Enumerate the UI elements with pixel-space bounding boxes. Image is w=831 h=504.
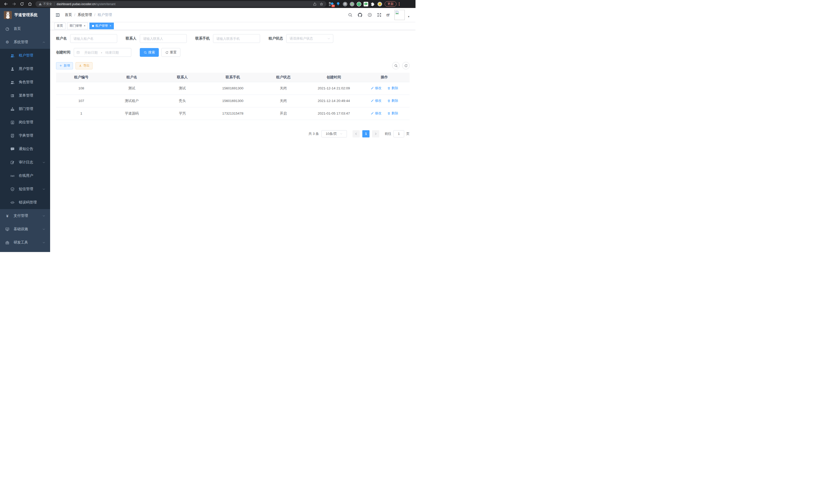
search-icon[interactable] [348, 12, 352, 17]
extension-emoji-icon[interactable] [377, 2, 382, 6]
col-tenant-id: 租户编号 [56, 73, 107, 82]
plus-icon [59, 64, 62, 67]
table-header-row: 租户编号 租户名 联系人 联系手机 租户状态 创建时间 操作 [56, 73, 409, 82]
trash-icon [387, 87, 391, 90]
refresh-icon [165, 51, 169, 54]
sidebar-item-online-user[interactable]: 在线用户 [0, 169, 50, 182]
browser-update-button[interactable]: 更新 [385, 1, 397, 7]
extension-chat-icon[interactable] [364, 2, 368, 6]
sidebar-item-menu[interactable]: 菜单管理 [0, 89, 50, 102]
browser-reload-icon[interactable] [20, 2, 24, 6]
tab-tenant[interactable]: 租户管理 × [89, 23, 114, 29]
breadcrumb-home[interactable]: 首页 [65, 12, 72, 17]
extension-dot-icon[interactable] [350, 2, 354, 6]
browser-back-icon[interactable] [4, 2, 8, 6]
sidebar-item-post[interactable]: 岗位管理 [0, 116, 50, 129]
status-select[interactable]: 请选择租户状态 [286, 34, 333, 43]
add-button[interactable]: 新增 [56, 62, 73, 69]
chevron-down-icon [42, 214, 46, 217]
not-secure-warning-icon [38, 2, 42, 6]
breadcrumb-system[interactable]: 系统管理 [78, 12, 92, 17]
edit-link[interactable]: 修改 [371, 86, 381, 90]
delete-link[interactable]: 删除 [387, 98, 398, 103]
tab-dept[interactable]: 部门管理 × [67, 23, 88, 29]
tenant-name-input[interactable] [70, 34, 117, 43]
extension-puzzle-icon[interactable] [371, 2, 375, 6]
chevron-down-icon [42, 241, 46, 244]
sidebar-item-infra[interactable]: 基础设施 [0, 223, 50, 236]
not-secure-label[interactable]: 不安全 [43, 2, 52, 6]
user-icon [10, 67, 15, 71]
sidebar-item-notice[interactable]: 通知公告 [0, 142, 50, 156]
edit-link[interactable]: 修改 [371, 111, 381, 116]
sidebar-item-dev-tools[interactable]: 研发工具 [0, 236, 50, 249]
close-icon[interactable]: × [109, 24, 111, 27]
delete-link[interactable]: 删除 [387, 111, 398, 116]
date-start-input[interactable] [82, 51, 101, 55]
chevron-down-icon [42, 187, 46, 191]
avatar[interactable] [395, 10, 405, 20]
tab-home[interactable]: 首页 [54, 23, 65, 29]
toggle-search-button[interactable] [392, 62, 400, 69]
chevron-down-icon [327, 37, 331, 40]
refresh-table-button[interactable] [402, 62, 409, 69]
contact-input[interactable] [140, 34, 187, 43]
create-time-label: 创建时间 [56, 50, 70, 55]
col-mobile: 联系手机 [208, 73, 258, 82]
date-end-input[interactable] [103, 51, 121, 55]
sidebar-item-sms[interactable]: 短信管理 [0, 182, 50, 196]
app-logo-row[interactable]: 芋道管理系统 [0, 8, 50, 22]
sidebar-collapse-icon[interactable] [55, 12, 60, 18]
tenant-name-label: 租户名 [56, 36, 67, 41]
export-button[interactable]: 导出 [76, 62, 92, 69]
pagination-total: 共 3 条 [309, 131, 319, 136]
extension-cmd-icon[interactable]: ⌘ [343, 2, 347, 6]
close-icon[interactable]: × [83, 24, 85, 27]
sidebar-item-user[interactable]: 用户管理 [0, 62, 50, 76]
browser-forward-icon[interactable] [12, 2, 16, 6]
extension-tabs-icon[interactable]: 10 [329, 2, 334, 6]
font-size-icon[interactable]: tT [386, 13, 390, 17]
help-icon[interactable] [368, 12, 372, 17]
fullscreen-icon[interactable] [377, 12, 381, 17]
share-icon[interactable] [313, 2, 317, 6]
reset-button[interactable]: 重置 [161, 48, 180, 57]
sidebar-item-role[interactable]: 角色管理 [0, 76, 50, 89]
create-time-range-picker[interactable]: - [74, 48, 131, 57]
sidebar-item-audit-log[interactable]: 审计日志 [0, 156, 50, 169]
browser-menu-icon[interactable] [399, 2, 400, 6]
page-number-button[interactable]: 1 [362, 130, 370, 138]
edit-link[interactable]: 修改 [371, 98, 381, 103]
page-unit-label: 页 [406, 131, 409, 136]
page-size-select[interactable]: 10条/页 [321, 130, 347, 138]
dashboard-icon [5, 27, 9, 31]
col-tenant-name: 租户名 [107, 73, 157, 82]
sidebar-item-dict[interactable]: 字典管理 [0, 129, 50, 142]
sidebar-item-dept[interactable]: 部门管理 [0, 102, 50, 116]
mobile-input[interactable] [213, 34, 260, 43]
navbar-actions: tT ▼ [348, 10, 410, 20]
extension-y-icon[interactable]: Y [357, 2, 361, 6]
sidebar-item-tenant[interactable]: 租户管理 [0, 49, 50, 62]
github-icon[interactable] [357, 12, 363, 18]
download-icon [79, 64, 82, 67]
goto-page-input[interactable] [393, 130, 404, 138]
edit-note-icon [10, 160, 15, 165]
address-bar[interactable]: 不安全 dashboard.yudao.iocoder.cn /system/t… [35, 1, 326, 7]
browser-home-icon[interactable] [28, 2, 32, 6]
page-content: 租户名 联系人 联系手机 租户状态 请选择租户状态 [50, 30, 416, 252]
sidebar-item-home[interactable]: 首页 [0, 22, 50, 35]
sidebar-item-system[interactable]: ⚙ 系统管理 [0, 35, 50, 49]
bookmark-star-icon[interactable] [320, 2, 323, 6]
prev-page-button[interactable] [352, 130, 360, 138]
sidebar-item-error-code[interactable]: 错误码管理 [0, 196, 50, 209]
search-button[interactable]: 搜索 [140, 48, 159, 57]
next-page-button[interactable] [372, 130, 379, 138]
trash-icon [387, 99, 391, 102]
sidebar-item-pay[interactable]: ¥ 支付管理 [0, 209, 50, 223]
delete-link[interactable]: 删除 [387, 86, 398, 90]
breadcrumb: 首页 / 系统管理 / 租户管理 [65, 12, 112, 17]
status-text: 关闭 [258, 94, 309, 107]
avatar-caret-icon[interactable]: ▼ [407, 16, 410, 20]
extension-balloon-icon[interactable] [336, 2, 341, 6]
